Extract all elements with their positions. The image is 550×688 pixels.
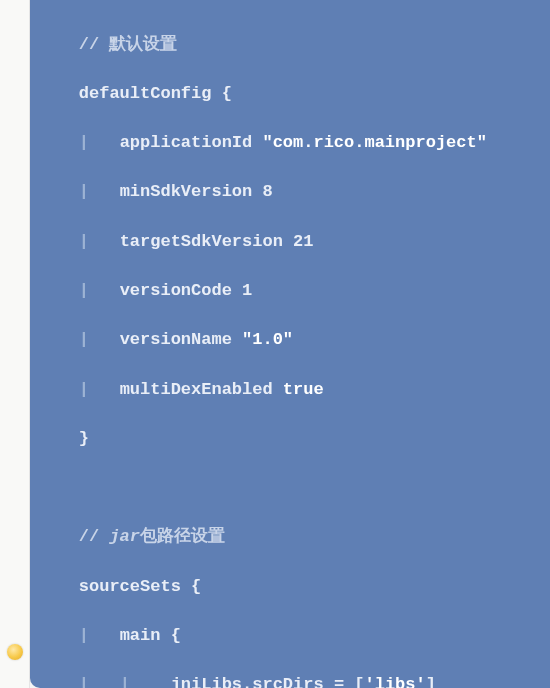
code-line — [38, 476, 540, 501]
code-line: // jar包路径设置 — [38, 525, 540, 550]
comment: // 默认设置 — [79, 35, 178, 54]
lightbulb-icon[interactable] — [7, 644, 23, 660]
editor-gutter — [0, 0, 30, 688]
code-line: sourceSets { — [38, 575, 540, 600]
code-line: // 默认设置 — [38, 33, 540, 58]
code-editor[interactable]: // 默认设置 defaultConfig { | applicationId … — [30, 0, 550, 688]
code-line: } — [38, 427, 540, 452]
comment: // jar包路径设置 — [79, 527, 225, 546]
code-line: | targetSdkVersion 21 — [38, 230, 540, 255]
code-line: | multiDexEnabled true — [38, 378, 540, 403]
code-line: | minSdkVersion 8 — [38, 180, 540, 205]
code-line: | versionCode 1 — [38, 279, 540, 304]
code-line: defaultConfig { — [38, 82, 540, 107]
code-line: | main { — [38, 624, 540, 649]
code-line: | | jniLibs.srcDirs = ['libs'] — [38, 673, 540, 688]
code-line: | applicationId "com.rico.mainproject" — [38, 131, 540, 156]
code-line: | versionName "1.0" — [38, 328, 540, 353]
